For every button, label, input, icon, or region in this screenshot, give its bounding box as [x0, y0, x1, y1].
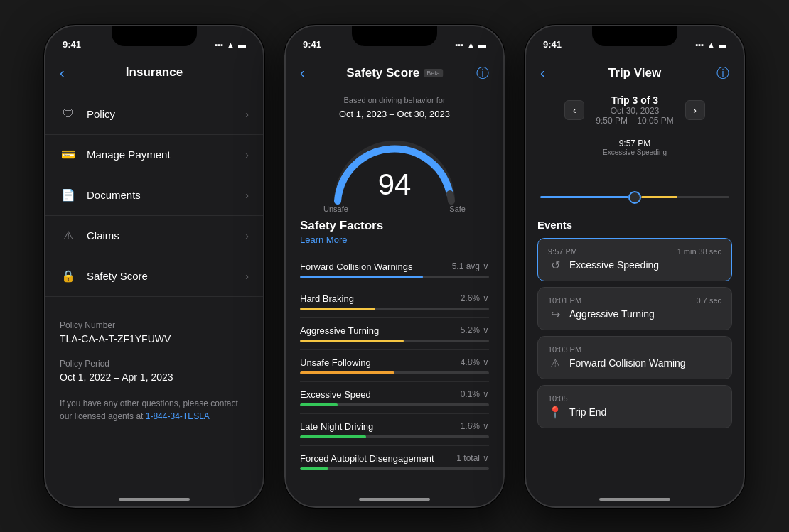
menu-item-policy[interactable]: 🛡 Policy › [45, 94, 263, 135]
menu-item-documents[interactable]: 📄 Documents › [45, 175, 263, 216]
period-label: Based on driving behavior for [286, 96, 503, 104]
event-card-4[interactable]: 10:05 📍 Trip End [537, 385, 732, 428]
event-name-4: Trip End [569, 406, 606, 418]
factor-unsafe-following: Unsafe Following 4.8% ∨ [300, 349, 489, 381]
signal-icon-2: ▪▪▪ [455, 40, 463, 49]
battery-icon: ▬ [238, 40, 246, 49]
event-duration-2: 0.7 sec [697, 296, 721, 305]
event-card-3[interactable]: 10:03 PM ⚠ Forward Collision Warning [537, 336, 732, 379]
claims-label: Claims [87, 229, 245, 241]
policy-period-label: Policy Period [60, 359, 249, 369]
factor-name-5: Excessive Speed [300, 389, 371, 400]
trip-navigation: ‹ Trip 3 of 3 Oct 30, 2023 9:50 PM – 10:… [526, 89, 744, 131]
payment-icon: 💳 [60, 146, 77, 163]
event-time-4: 10:05 [548, 394, 568, 403]
factor-excessive-speed: Excessive Speed 0.1% ∨ [300, 381, 489, 413]
back-button-1[interactable]: ‹ [60, 65, 81, 81]
timeline-left [540, 196, 628, 198]
gauge-safe-label: Safe [449, 205, 466, 213]
events-title: Events [537, 219, 732, 231]
status-time-3: 9:41 [543, 39, 562, 50]
safety-score-icon: 🔒 [60, 268, 77, 285]
policy-number-value: TLA-CA-A-T-ZF1YFUWV [60, 333, 249, 344]
factor-bar-bg-6 [300, 435, 489, 438]
event-name-2: Aggressive Turning [569, 308, 655, 320]
event-name-3: Forward Collision Warning [569, 357, 686, 369]
next-trip-button[interactable]: › [685, 100, 705, 120]
documents-icon: 📄 [60, 187, 77, 204]
event-icon-2: ↪ [548, 308, 562, 321]
event-time-2: 10:01 PM [548, 296, 581, 305]
claims-chevron: › [245, 230, 249, 241]
trip-time: 9:50 PM – 10:05 PM [596, 116, 673, 126]
trip-view-title: Trip View [608, 66, 661, 80]
factor-aggressive-turning: Aggressive Turning 5.2% ∨ [300, 317, 489, 349]
events-section: Events 9:57 PM 1 min 38 sec ↺ Excessive … [526, 212, 744, 441]
trip-view-screen: ‹ Trip View ⓘ ‹ Trip 3 of 3 Oct 30, 2023… [526, 58, 744, 506]
signal-icon-3: ▪▪▪ [695, 40, 704, 49]
factor-value-7: 1 total ∨ [456, 453, 489, 463]
event-card-2[interactable]: 10:01 PM 0.7 sec ↪ Aggressive Turning [537, 287, 732, 330]
factor-name-6: Late Night Driving [300, 421, 373, 432]
documents-chevron: › [245, 190, 249, 201]
safety-score-screen: ‹ Safety Score Beta ⓘ Based on driving b… [286, 58, 503, 506]
menu-item-safety-score[interactable]: 🔒 Safety Score › [45, 256, 263, 297]
event-card-1[interactable]: 9:57 PM 1 min 38 sec ↺ Excessive Speedin… [537, 238, 732, 281]
policy-label: Policy [87, 108, 245, 120]
event-duration-1: 1 min 38 sec [677, 247, 721, 256]
prev-trip-button[interactable]: ‹ [564, 100, 584, 120]
info-icon-2[interactable]: ⓘ [476, 65, 489, 82]
manage-payment-label: Manage Payment [87, 148, 245, 161]
event-icon-3: ⚠ [548, 357, 562, 370]
factor-name-4: Unsafe Following [300, 357, 371, 368]
policy-period-value: Oct 1, 2022 – Apr 1, 2023 [60, 371, 249, 383]
contact-phone[interactable]: 1-844-34-TESLA [146, 411, 210, 421]
event-icon-1: ↺ [548, 259, 562, 272]
factor-bar-bg-4 [300, 371, 489, 374]
event-time-1: 9:57 PM [548, 247, 577, 256]
factor-name-7: Forced Autopilot Disengagement [300, 453, 434, 464]
status-icons-1: ▪▪▪ ▲ ▬ [215, 40, 246, 49]
wifi-icon-3: ▲ [707, 40, 715, 49]
insurance-menu: 🛡 Policy › 💳 Manage Payment › 📄 Document… [45, 94, 263, 297]
notch-3 [592, 26, 677, 46]
status-time-1: 9:41 [63, 39, 81, 50]
trip-header: ‹ Trip View ⓘ [526, 58, 744, 89]
back-button-3[interactable]: ‹ [540, 65, 562, 81]
wifi-icon-2: ▲ [467, 40, 475, 49]
timeline-event-time: 9:57 PM [540, 139, 729, 148]
notch-2 [352, 26, 437, 46]
safety-score-chevron: › [245, 271, 249, 282]
factor-value-4: 4.8% ∨ [461, 357, 489, 367]
signal-icon: ▪▪▪ [215, 40, 223, 49]
factor-value-1: 5.1 avg ∨ [452, 261, 489, 271]
safety-score-header: ‹ Safety Score Beta ⓘ [286, 58, 503, 89]
safety-factors-title: Safety Factors [300, 219, 489, 233]
beta-badge: Beta [424, 69, 443, 77]
factor-value-5: 0.1% ∨ [461, 389, 489, 399]
factor-forward-collision: Forward Collision Warnings 5.1 avg ∨ [300, 254, 489, 286]
home-indicator-1 [119, 498, 190, 501]
menu-item-claims[interactable]: ⚠ Claims › [45, 216, 263, 256]
factor-late-night: Late Night Driving 1.6% ∨ [300, 413, 489, 445]
factor-bar-2 [300, 308, 375, 310]
learn-more-link[interactable]: Learn More [300, 234, 489, 245]
payment-chevron: › [245, 149, 249, 161]
gauge-unsafe-label: Unsafe [323, 205, 348, 213]
wifi-icon: ▲ [227, 40, 235, 49]
trip-count: Trip 3 of 3 [596, 94, 673, 106]
home-indicator-2 [359, 498, 430, 501]
trip-info-center: Trip 3 of 3 Oct 30, 2023 9:50 PM – 10:05… [596, 94, 673, 126]
back-button-2[interactable]: ‹ [300, 65, 321, 81]
documents-label: Documents [87, 189, 245, 201]
event-time-3: 10:03 PM [548, 345, 581, 354]
policy-number-label: Policy Number [60, 320, 249, 330]
factor-bar-bg-1 [300, 276, 489, 278]
menu-item-manage-payment[interactable]: 💳 Manage Payment › [45, 135, 263, 175]
factor-autopilot: Forced Autopilot Disengagement 1 total ∨ [300, 445, 489, 477]
timeline-dot [628, 191, 641, 204]
factor-bar-4 [300, 371, 394, 374]
safety-title-group: Safety Score Beta [346, 66, 443, 80]
info-icon-3[interactable]: ⓘ [716, 65, 729, 82]
factor-value-3: 5.2% ∨ [461, 325, 489, 335]
